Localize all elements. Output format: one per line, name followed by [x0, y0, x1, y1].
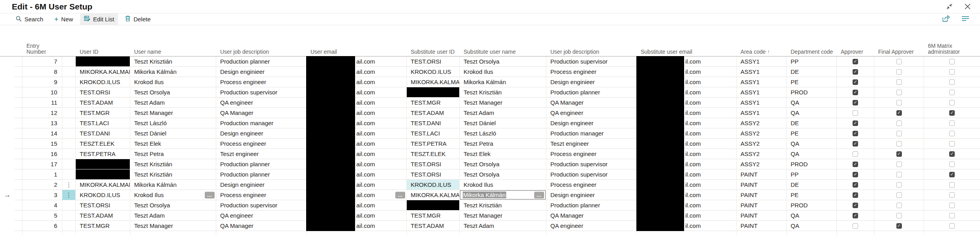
cell-entry-number[interactable]: 8 — [22, 67, 62, 77]
cell-department-code[interactable]: QA — [787, 149, 837, 159]
cell-substitute-user-email[interactable]: il.com — [637, 118, 737, 128]
approver-checkbox[interactable]: ✓ — [853, 141, 858, 147]
matrix-administrator-checkbox[interactable] — [949, 192, 955, 198]
cell-substitute-user-email[interactable]: il.com — [637, 139, 737, 149]
approver-checkbox[interactable]: ✓ — [853, 69, 858, 75]
cell-user-email[interactable]: ail.com — [307, 149, 407, 159]
cell-user-email[interactable]: ail.com — [307, 98, 407, 108]
cell-user-id[interactable]: TEST.ORSI — [76, 200, 130, 211]
cell-substitute-user-id[interactable]: TEST.MGR — [407, 211, 460, 221]
cell-substitute-job-description[interactable]: Process engineer — [546, 180, 637, 190]
cell-area-code[interactable]: PAINT — [737, 190, 787, 200]
cell-area-code[interactable]: PAINT — [737, 180, 787, 190]
cell-substitute-user-id[interactable]: KROKOD.ILUS — [407, 67, 460, 77]
cell-area-code[interactable]: ASSY1 — [737, 56, 787, 67]
cell-department-code[interactable]: PE — [787, 77, 837, 87]
cell-area-code[interactable]: ASSY2 — [737, 159, 787, 169]
cell-substitute-job-description[interactable]: Production supervisor — [546, 169, 637, 180]
cell-user-email[interactable]: ail.com — [307, 108, 407, 118]
row-menu-cell[interactable] — [62, 108, 76, 118]
column-header-user_email[interactable]: User email — [307, 43, 407, 57]
matrix-administrator-checkbox[interactable] — [949, 213, 955, 218]
row-menu-cell[interactable]: ⋮ — [62, 180, 76, 190]
cell-substitute-user-id[interactable]: TEST.ORSI — [407, 56, 460, 67]
cell-substitute-user-id[interactable]: TESZT.ELEK — [407, 149, 460, 159]
cell-substitute-user-id[interactable]: MIKORKA.KALMAN — [407, 77, 460, 87]
matrix-administrator-checkbox[interactable] — [949, 223, 955, 229]
cell-user-email[interactable]: ail.com — [307, 87, 407, 98]
cell-user-job-description[interactable]: Production planner — [216, 56, 307, 67]
matrix-administrator-checkbox[interactable] — [949, 203, 955, 208]
cell-substitute-user-name[interactable]: Teszt Adam — [460, 108, 546, 118]
cell-entry-number[interactable]: 6 — [22, 221, 62, 231]
cell-department-code[interactable]: DE — [787, 118, 837, 128]
matrix-administrator-checkbox[interactable] — [949, 100, 955, 105]
cell-area-code[interactable]: ASSY2 — [737, 139, 787, 149]
approver-checkbox[interactable]: ✓ — [853, 182, 858, 188]
cell-entry-number[interactable]: 17 — [22, 159, 62, 169]
cell-user-job-description[interactable]: QA Manager — [216, 221, 307, 231]
cell-substitute-user-id[interactable]: TEST.PETRA — [407, 139, 460, 149]
cell-substitute-user-name[interactable]: Teszt Orsolya — [460, 159, 546, 169]
cell-user-id[interactable]: TEST.ORSI — [76, 87, 130, 98]
cell-entry-number[interactable]: 14 — [22, 128, 62, 139]
cell-substitute-user-name[interactable]: Teszt Dániel — [460, 118, 546, 128]
row-menu-cell[interactable] — [62, 221, 76, 231]
cell-user-name[interactable]: Teszt Petra — [130, 149, 216, 159]
approver-checkbox[interactable]: ✓ — [853, 162, 858, 167]
final-approver-checkbox[interactable]: ✓ — [896, 110, 902, 116]
cell-user-job-description[interactable]: Process engineer — [216, 190, 307, 200]
cell-area-code[interactable]: ASSY2 — [737, 118, 787, 128]
row-menu-cell[interactable] — [62, 149, 76, 159]
approver-checkbox[interactable]: ✓ — [853, 192, 858, 198]
matrix-administrator-checkbox[interactable] — [949, 90, 955, 95]
cell-department-code[interactable]: PROD — [787, 159, 837, 169]
cell-area-code[interactable]: ASSY2 — [737, 149, 787, 159]
new-button[interactable]: + New — [50, 13, 77, 25]
cell-substitute-user-name[interactable]: Teszt Manager — [460, 98, 546, 108]
final-approver-checkbox[interactable] — [896, 69, 902, 75]
matrix-administrator-checkbox[interactable] — [949, 182, 955, 188]
cell-substitute-user-name[interactable]: Teszt Krisztián — [460, 87, 546, 98]
cell-department-code[interactable]: PP — [787, 56, 837, 67]
cell-area-code[interactable]: PAINT — [737, 200, 787, 211]
cell-substitute-job-description[interactable]: QA engineer — [546, 108, 637, 118]
row-select-cell[interactable] — [15, 211, 22, 221]
column-header-sub_name[interactable]: Substitute user name — [460, 43, 546, 57]
cell-substitute-job-description[interactable]: Process engineer — [546, 67, 637, 77]
collapse-window-icon[interactable] — [946, 3, 953, 10]
cell-area-code[interactable]: ASSY1 — [737, 77, 787, 87]
cell-user-job-description[interactable]: Process engineer — [216, 139, 307, 149]
matrix-administrator-checkbox[interactable] — [949, 120, 955, 126]
cell-user-name[interactable]: Teszt Krisztián — [130, 56, 216, 67]
row-menu-dots-icon[interactable]: ⋮ — [66, 192, 72, 199]
cell-user-id[interactable]: TEST.MGR — [76, 108, 130, 118]
cell-department-code[interactable]: PROD — [787, 87, 837, 98]
cell-substitute-user-id[interactable]: TEST.ORSI — [407, 169, 460, 180]
cell-user-email[interactable]: ail.com — [307, 128, 407, 139]
cell-entry-number[interactable]: 4 — [22, 200, 62, 211]
cell-substitute-user-email[interactable]: il.com — [637, 128, 737, 139]
cell-substitute-job-description[interactable]: QA engineer — [546, 221, 637, 231]
row-menu-cell[interactable] — [62, 67, 76, 77]
cell-substitute-user-name[interactable]: Teszt Orsolya — [460, 169, 546, 180]
search-button[interactable]: Search — [12, 13, 47, 25]
column-header-sub_id[interactable]: Substitute user ID — [407, 43, 460, 57]
cell-user-name[interactable]: Teszt Manager — [130, 221, 216, 231]
approver-checkbox[interactable]: ✓ — [853, 100, 858, 105]
row-select-cell[interactable] — [15, 221, 22, 231]
cell-substitute-user-email[interactable]: il.com — [637, 87, 737, 98]
cell-user-email[interactable]: ail.com… — [307, 190, 407, 200]
column-header-dept[interactable]: Department code — [787, 43, 837, 57]
cell-substitute-user-email[interactable]: il.com — [637, 180, 737, 190]
cell-entry-number[interactable]: 2 — [22, 180, 62, 190]
cell-user-name[interactable]: Teszt Orsolya — [130, 200, 216, 211]
cell-substitute-job-description[interactable]: Design enginieer — [546, 77, 637, 87]
cell-user-name[interactable]: Teszt Krisztián — [130, 169, 216, 180]
cell-user-job-description[interactable]: Production planner — [216, 169, 307, 180]
cell-substitute-user-email[interactable]: il.com — [637, 98, 737, 108]
cell-user-name[interactable]: Teszt László — [130, 118, 216, 128]
cell-substitute-user-name[interactable]: Teszt Orsolya — [460, 56, 546, 67]
cell-substitute-user-id[interactable]: TEST.ADAM — [407, 221, 460, 231]
cell-user-email[interactable]: ail.com — [307, 67, 407, 77]
